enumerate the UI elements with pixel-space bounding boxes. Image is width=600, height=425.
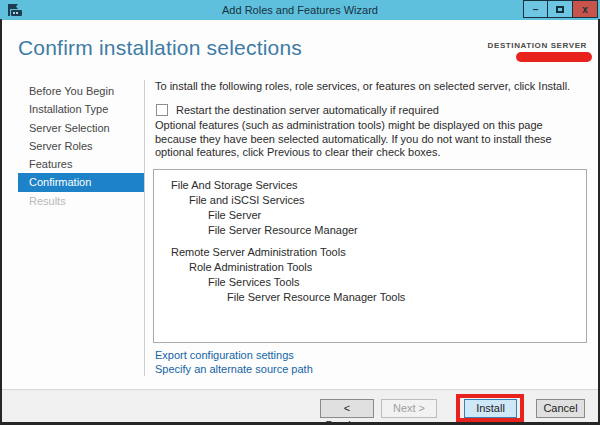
destination-server-label: DESTINATION SERVER <box>488 41 587 50</box>
selection-list[interactable]: File And Storage Services File and iSCSI… <box>153 169 587 343</box>
sidebar-item-installation-type[interactable]: Installation Type <box>0 100 144 118</box>
list-item: File Server <box>154 208 586 223</box>
sidebar-item-confirmation[interactable]: Confirmation <box>18 173 144 191</box>
list-item: File Server Resource Manager <box>154 223 586 238</box>
wizard-window: Add Roles and Features Wizard – x Confir… <box>0 0 600 425</box>
sidebar-item-before-you-begin[interactable]: Before You Begin <box>0 82 144 100</box>
server-name-redaction-annotation <box>516 52 592 62</box>
optional-features-note: Optional features (such as administratio… <box>155 119 583 160</box>
install-button[interactable]: Install <box>464 399 517 418</box>
sidebar-item-server-selection[interactable]: Server Selection <box>0 119 144 137</box>
list-item: Remote Server Administration Tools <box>154 245 586 260</box>
list-item: Role Administration Tools <box>154 260 586 275</box>
minimize-button[interactable]: – <box>523 0 548 18</box>
maximize-button[interactable] <box>548 0 573 18</box>
next-button: Next > <box>381 399 437 418</box>
list-item: File and iSCSI Services <box>154 193 586 208</box>
sidebar-item-features[interactable]: Features <box>0 155 144 173</box>
footer-links: Export configuration settings Specify an… <box>155 349 313 376</box>
restart-checkbox[interactable] <box>156 104 168 116</box>
previous-button[interactable]: < Previous <box>320 399 374 418</box>
list-item: File And Storage Services <box>154 178 586 193</box>
restart-checkbox-label: Restart the destination server automatic… <box>176 104 439 116</box>
sidebar-item-results: Results <box>0 192 144 210</box>
window-title: Add Roles and Features Wizard <box>0 0 600 20</box>
page-title: Confirm installation selections <box>18 36 302 60</box>
list-item: File Services Tools <box>154 275 586 290</box>
list-item: File Server Resource Manager Tools <box>154 290 586 305</box>
restart-checkbox-row[interactable]: Restart the destination server automatic… <box>156 104 439 116</box>
close-button[interactable]: x <box>573 0 598 18</box>
sidebar-item-server-roles[interactable]: Server Roles <box>0 137 144 155</box>
wizard-steps-sidebar: Before You Begin Installation Type Serve… <box>0 82 144 210</box>
sidebar-divider <box>144 80 145 376</box>
cancel-button[interactable]: Cancel <box>536 399 585 418</box>
maximize-icon <box>556 6 564 13</box>
export-configuration-link[interactable]: Export configuration settings <box>155 349 313 363</box>
titlebar: Add Roles and Features Wizard – x <box>0 0 600 20</box>
window-controls: – x <box>523 0 598 18</box>
close-icon: x <box>582 4 588 15</box>
intro-text: To install the following roles, role ser… <box>155 80 585 92</box>
alternate-source-path-link[interactable]: Specify an alternate source path <box>155 363 313 377</box>
minimize-icon: – <box>533 4 539 15</box>
window-border <box>0 19 2 425</box>
